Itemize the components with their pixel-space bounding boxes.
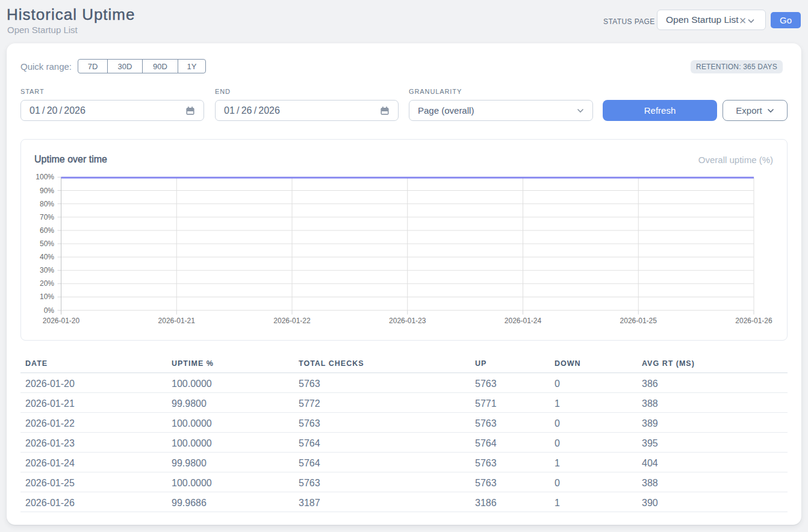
svg-text:2026-01-20: 2026-01-20 bbox=[43, 317, 80, 325]
svg-text:2026-01-26: 2026-01-26 bbox=[735, 317, 772, 325]
svg-text:60%: 60% bbox=[40, 226, 54, 235]
svg-text:70%: 70% bbox=[40, 213, 54, 221]
svg-text:20%: 20% bbox=[40, 279, 54, 288]
svg-text:100%: 100% bbox=[36, 173, 54, 181]
svg-text:2026-01-25: 2026-01-25 bbox=[620, 317, 657, 325]
svg-text:90%: 90% bbox=[40, 187, 54, 195]
svg-text:40%: 40% bbox=[40, 253, 54, 261]
svg-text:2026-01-24: 2026-01-24 bbox=[505, 317, 542, 325]
svg-text:0%: 0% bbox=[44, 306, 55, 315]
svg-text:30%: 30% bbox=[40, 266, 54, 274]
svg-text:80%: 80% bbox=[40, 200, 54, 208]
svg-text:2026-01-21: 2026-01-21 bbox=[158, 317, 196, 325]
svg-text:50%: 50% bbox=[40, 240, 54, 248]
svg-text:2026-01-23: 2026-01-23 bbox=[389, 317, 426, 325]
svg-text:2026-01-22: 2026-01-22 bbox=[273, 317, 311, 325]
svg-text:10%: 10% bbox=[40, 292, 54, 301]
